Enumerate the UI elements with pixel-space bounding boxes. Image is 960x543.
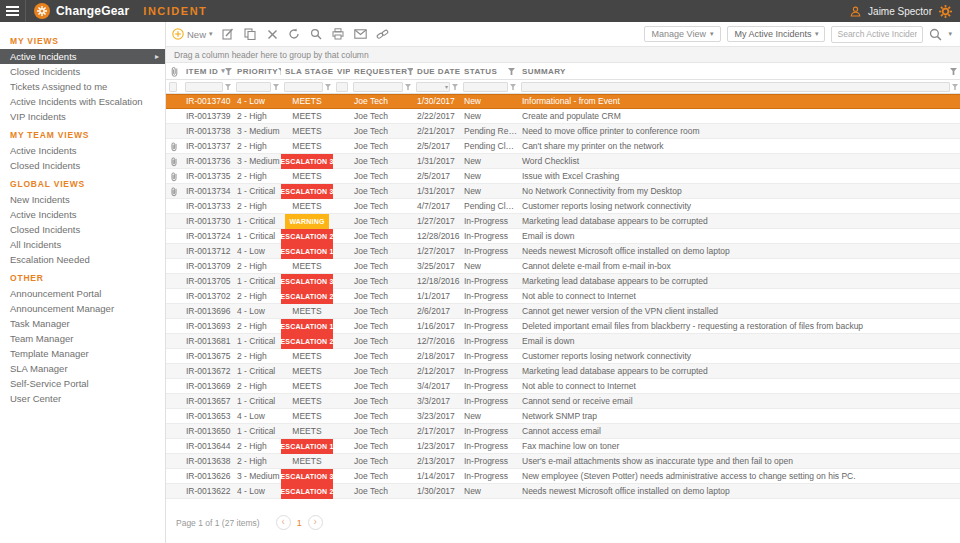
table-row[interactable]: IR-00136571 - CriticalMEETSJoe Tech3/3/2…: [166, 394, 960, 409]
group-by-bar[interactable]: Drag a column header here to group by th…: [166, 46, 960, 63]
sidebar-item-active-incidents[interactable]: Active Incidents: [0, 207, 165, 222]
new-button[interactable]: New ▾: [172, 28, 213, 40]
table-row[interactable]: IR-00137124 - LowESCALATION 1Joe Tech1/2…: [166, 244, 960, 259]
table-row[interactable]: IR-00136721 - CriticalMEETSJoe Tech2/12/…: [166, 364, 960, 379]
column-header-vip[interactable]: VIP: [333, 63, 350, 79]
search-icon[interactable]: [310, 28, 323, 41]
table-row[interactable]: IR-00136752 - HighMEETSJoe Tech2/18/2017…: [166, 349, 960, 364]
table-row[interactable]: IR-00136534 - LowMEETSJoe Tech3/23/2017N…: [166, 409, 960, 424]
copy-icon[interactable]: [244, 28, 257, 41]
table-row[interactable]: IR-00137372 - HighMEETSJoe Tech2/5/2017P…: [166, 139, 960, 154]
prev-page-button[interactable]: ‹: [276, 515, 291, 530]
view-select[interactable]: My Active Incidents ▾: [727, 26, 825, 42]
edit-icon[interactable]: [222, 28, 235, 41]
table-row[interactable]: IR-00136442 - HighESCALATION 1Joe Tech1/…: [166, 439, 960, 454]
table-row[interactable]: IR-00137404 - LowMEETSJoe Tech1/30/2017N…: [166, 94, 960, 109]
sidebar-item-sla-manager[interactable]: SLA Manager: [0, 361, 165, 376]
filter-requester-input[interactable]: [353, 82, 403, 92]
sidebar-item-closed-incidents[interactable]: Closed Incidents: [0, 158, 165, 173]
table-row[interactable]: IR-00137301 - CriticalWARNINGJoe Tech1/2…: [166, 214, 960, 229]
sidebar-item-tickets-assigned-to-me[interactable]: Tickets Assigned to me: [0, 79, 165, 94]
sidebar-item-active-incidents[interactable]: Active Incidents: [0, 143, 165, 158]
filter-funnel-icon[interactable]: [508, 68, 515, 75]
sidebar-item-vip-incidents[interactable]: VIP Incidents: [0, 109, 165, 124]
search-submit-icon[interactable]: [929, 28, 942, 41]
sidebar-item-active-incidents-with-escalation[interactable]: Active Incidents with Escalation: [0, 94, 165, 109]
filter-funnel-icon[interactable]: [325, 84, 331, 90]
column-header-status[interactable]: STATUS: [460, 63, 518, 79]
filter-funnel-icon[interactable]: [510, 84, 516, 90]
current-page-number[interactable]: 1: [297, 518, 302, 528]
filter-funnel-icon[interactable]: [405, 84, 411, 90]
sidebar-item-closed-incidents[interactable]: Closed Incidents: [0, 64, 165, 79]
sidebar-item-announcement-portal[interactable]: Announcement Portal: [0, 286, 165, 301]
column-header-sla-stage[interactable]: SLA STAGE: [281, 63, 333, 79]
table-row[interactable]: IR-00136811 - CriticalESCALATION 2Joe Te…: [166, 334, 960, 349]
table-row[interactable]: IR-00136932 - HighESCALATION 1Joe Tech1/…: [166, 319, 960, 334]
sidebar-item-user-center[interactable]: User Center: [0, 391, 165, 406]
column-header-requester[interactable]: REQUESTER: [350, 63, 413, 79]
search-options-caret-icon[interactable]: ▾: [948, 30, 952, 38]
sidebar-item-escalation-needed[interactable]: Escalation Needed: [0, 252, 165, 267]
table-row[interactable]: IR-00137051 - CriticalESCALATION 3Joe Te…: [166, 274, 960, 289]
manage-view-button[interactable]: Manage View ▾: [644, 26, 722, 42]
table-row[interactable]: IR-00137392 - HighMEETSJoe Tech2/22/2017…: [166, 109, 960, 124]
table-row[interactable]: IR-00136501 - CriticalMEETSJoe Tech2/17/…: [166, 424, 960, 439]
sidebar-item-new-incidents[interactable]: New Incidents: [0, 192, 165, 207]
sidebar-item-template-manager[interactable]: Template Manager: [0, 346, 165, 361]
table-row[interactable]: IR-00137092 - HighMEETSJoe Tech3/25/2017…: [166, 259, 960, 274]
sidebar-item-self-service-portal[interactable]: Self-Service Portal: [0, 376, 165, 391]
requester-cell: Joe Tech: [350, 139, 413, 154]
next-page-button[interactable]: ›: [308, 515, 323, 530]
filter-status-input[interactable]: [463, 82, 508, 92]
sidebar-item-team-manager[interactable]: Team Manager: [0, 331, 165, 346]
table-row[interactable]: IR-00136224 - LowESCALATION 2Joe Tech1/3…: [166, 484, 960, 499]
chevron-down-icon[interactable]: ▾: [445, 83, 448, 90]
table-row[interactable]: IR-00137341 - CriticalESCALATION 3Joe Te…: [166, 184, 960, 199]
filter-attachment-input[interactable]: [169, 82, 177, 92]
settings-gear-icon[interactable]: [939, 5, 952, 18]
filter-item-id-input[interactable]: [185, 82, 223, 92]
filter-funnel-icon[interactable]: [950, 68, 957, 75]
table-row[interactable]: IR-00137383 - MediumMEETSJoe Tech2/21/20…: [166, 124, 960, 139]
sidebar-item-closed-incidents[interactable]: Closed Incidents: [0, 222, 165, 237]
print-icon[interactable]: [332, 28, 345, 41]
table-row[interactable]: IR-00137363 - MediumESCALATION 3Joe Tech…: [166, 154, 960, 169]
link-icon[interactable]: [376, 28, 389, 41]
table-row[interactable]: IR-00136964 - LowMEETSJoe Tech2/6/2017In…: [166, 304, 960, 319]
filter-funnel-icon[interactable]: [452, 84, 458, 90]
filter-vip-input[interactable]: [336, 82, 348, 92]
table-row[interactable]: IR-00137241 - CriticalESCALATION 2Joe Te…: [166, 229, 960, 244]
filter-funnel-icon[interactable]: [952, 84, 958, 90]
filter-summary-input[interactable]: [521, 82, 950, 92]
hamburger-menu-icon[interactable]: [0, 0, 26, 22]
sidebar-item-all-incidents[interactable]: All Incidents: [0, 237, 165, 252]
user-name[interactable]: Jaime Spector: [868, 6, 932, 17]
column-header-priority[interactable]: PRIORITY: [233, 63, 281, 79]
sidebar-item-task-manager[interactable]: Task Manager: [0, 316, 165, 331]
column-header-item-id[interactable]: ITEM ID ▾: [182, 63, 233, 79]
filter-funnel-icon[interactable]: [225, 84, 231, 90]
filter-sla-stage-input[interactable]: [284, 82, 323, 92]
column-header-due-date[interactable]: DUE DATE: [413, 63, 460, 79]
changegear-logo-icon: [34, 3, 50, 19]
delete-icon[interactable]: [266, 28, 279, 41]
column-header-summary[interactable]: SUMMARY: [518, 63, 960, 79]
table-row[interactable]: IR-00136382 - HighMEETSJoe Tech2/13/2017…: [166, 454, 960, 469]
table-row[interactable]: IR-00136263 - MediumESCALATION 3Joe Tech…: [166, 469, 960, 484]
filter-funnel-icon[interactable]: [225, 68, 232, 75]
status-cell: In-Progress: [460, 364, 518, 379]
column-header-attachment[interactable]: [166, 63, 182, 79]
refresh-icon[interactable]: [288, 28, 301, 41]
filter-funnel-icon[interactable]: [273, 84, 279, 90]
sidebar-item-active-incidents[interactable]: Active Incidents▸: [0, 49, 165, 64]
table-row[interactable]: IR-00137332 - HighMEETSJoe Tech4/7/2017P…: [166, 199, 960, 214]
sidebar-item-announcement-manager[interactable]: Announcement Manager: [0, 301, 165, 316]
email-icon[interactable]: [354, 28, 367, 41]
filter-priority-input[interactable]: [236, 82, 271, 92]
table-row[interactable]: IR-00137022 - HighESCALATION 2Joe Tech1/…: [166, 289, 960, 304]
item-id-cell: IR-0013675: [182, 349, 233, 364]
table-row[interactable]: IR-00137352 - HighMEETSJoe Tech2/5/2017N…: [166, 169, 960, 184]
search-input[interactable]: [832, 29, 922, 39]
table-row[interactable]: IR-00136692 - HighMEETSJoe Tech3/4/2017I…: [166, 379, 960, 394]
